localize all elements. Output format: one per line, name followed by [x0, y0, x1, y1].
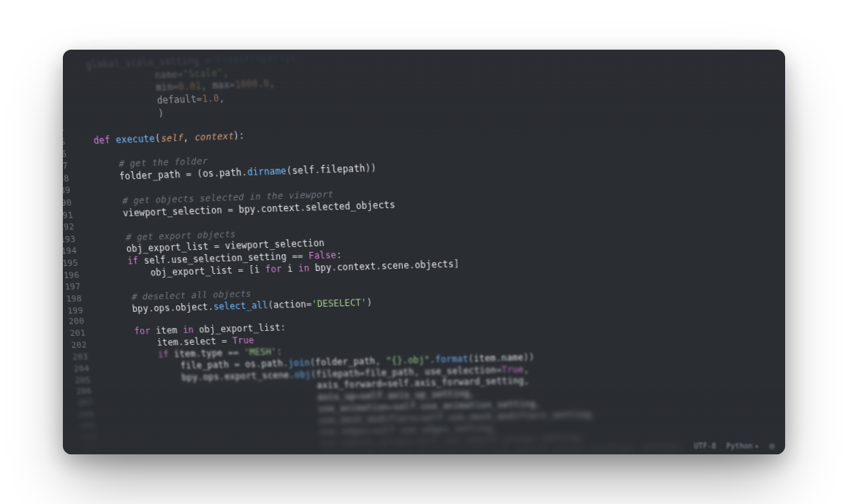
line-number: 199	[63, 305, 90, 317]
line-number: 208	[67, 410, 101, 421]
line-number: 195	[63, 258, 85, 270]
status-language[interactable]: Python	[726, 442, 759, 450]
line-number: 194	[63, 246, 83, 259]
line-number: 196	[63, 270, 86, 283]
status-bar: UTF-8 Python	[694, 442, 775, 450]
line-number: 211	[71, 443, 105, 454]
line-number: 210	[69, 432, 103, 443]
line-number: 207	[66, 398, 99, 410]
line-number: 206	[64, 386, 98, 398]
status-dot-icon	[769, 443, 775, 449]
line-number: 201	[63, 328, 92, 340]
status-encoding[interactable]: UTF-8	[694, 442, 716, 450]
line-number: 200	[63, 316, 91, 328]
editor-window: 177 default='',178 )179 global_scale_set…	[63, 50, 785, 454]
line-number: 202	[63, 340, 94, 351]
line-number: 187	[63, 161, 75, 174]
line-number: 209	[68, 421, 102, 432]
line-number: 191	[63, 210, 80, 222]
line-number: 205	[63, 375, 96, 386]
line-number: 197	[63, 281, 87, 294]
line-number: 184	[63, 123, 71, 137]
line-number: 192	[63, 221, 81, 234]
line-number: 193	[63, 234, 83, 246]
line-number: 198	[63, 294, 88, 306]
line-number: 186	[63, 148, 73, 161]
line-number: 188	[63, 173, 76, 186]
line-number: 189	[63, 185, 77, 197]
editor-pane[interactable]: 177 default='',178 )179 global_scale_set…	[63, 50, 785, 454]
line-number: 204	[63, 363, 96, 375]
line-number: 190	[63, 197, 78, 210]
line-number: 203	[63, 351, 94, 363]
